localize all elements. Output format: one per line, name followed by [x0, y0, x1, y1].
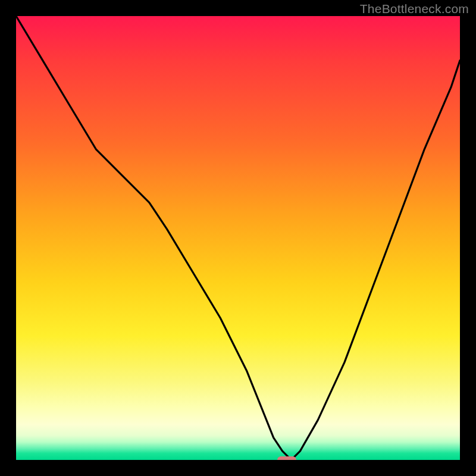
plot-area: [16, 16, 460, 460]
curve-path: [16, 16, 460, 460]
watermark-text: TheBottleneck.com: [360, 2, 469, 16]
chart-frame: TheBottleneck.com: [0, 0, 476, 476]
curve-minimum-marker: [277, 456, 296, 460]
bottleneck-curve: [16, 16, 460, 460]
